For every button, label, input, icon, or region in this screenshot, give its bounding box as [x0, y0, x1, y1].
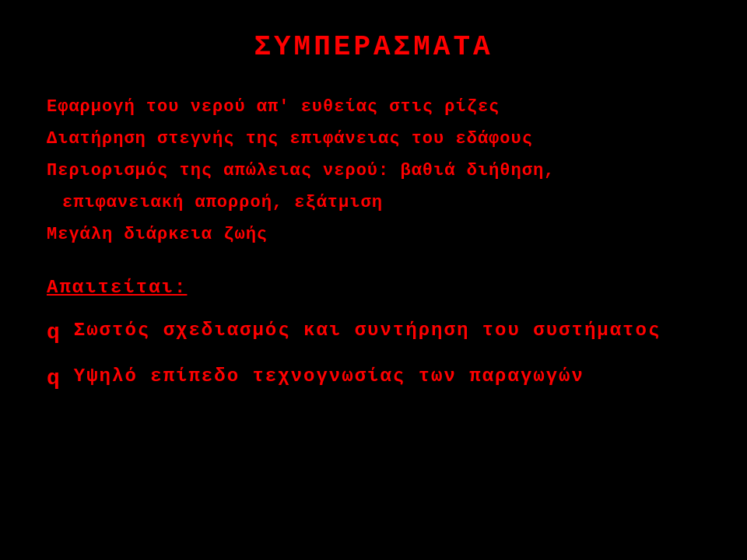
q-bullet-1: q	[47, 317, 60, 348]
q-text-1: Σωστός σχεδιασμός και συντήρηση του συστ…	[74, 317, 661, 344]
requires-label: Απαιτείται:	[47, 277, 700, 298]
q-item-2: q Υψηλό επίπεδο τεχνογνωσίας των παραγωγ…	[47, 363, 700, 394]
bullet-line-2: Διατήρηση στεγνής της επιφάνειας του εδά…	[47, 126, 700, 152]
bullet-line-4: Μεγάλη διάρκεια ζωής	[47, 222, 700, 247]
bullet-line-1: Εφαρμογή του νερού απ' ευθείας στις ρίζε…	[47, 94, 700, 120]
slide-title: ΣΥΜΠΕΡΑΣΜΑΤΑ	[47, 31, 700, 63]
q-text-2: Υψηλό επίπεδο τεχνογνωσίας των παραγωγών	[74, 363, 584, 390]
spacer	[47, 254, 700, 277]
bullet-line-3a: Περιορισμός της απώλειας νερού: βαθιά δι…	[47, 158, 700, 184]
slide-container: ΣΥΜΠΕΡΑΣΜΑΤΑ Εφαρμογή του νερού απ' ευθε…	[0, 0, 747, 560]
q-item-1: q Σωστός σχεδιασμός και συντήρηση του συ…	[47, 317, 700, 348]
bullet-line-3b: επιφανειακή απορροή, εξάτμιση	[62, 190, 700, 215]
q-bullet-2: q	[47, 363, 60, 394]
